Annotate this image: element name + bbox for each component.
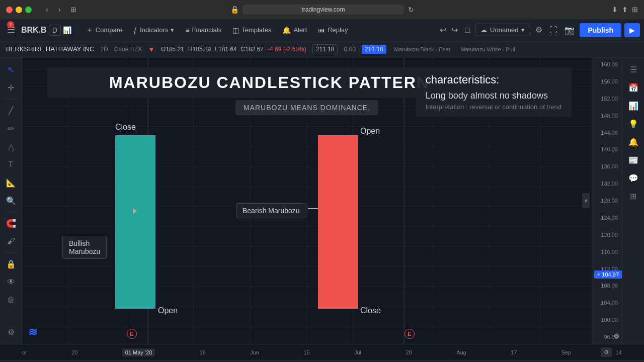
cursor-tool[interactable]: ↖	[2, 61, 20, 77]
ideas-button[interactable]: 💡	[624, 116, 642, 132]
reload-icon[interactable]: ↻	[408, 6, 414, 14]
toolbar-left: ☰ BRK.B D 📊 ＋ Compare ƒ Indicators ▾ ≡ F…	[4, 23, 352, 38]
timeline: or 20 01 May '20 18 Jun 15 Jul 20 Aug 17…	[0, 344, 644, 360]
time-label-20a: 20	[71, 349, 77, 355]
open-value: O185.21	[161, 46, 184, 53]
bullish-label: Bullish Marubozu	[62, 236, 107, 259]
watchlist-button[interactable]: ☰	[624, 61, 642, 77]
symbol-info-bar: BERKSHIRE HATHAWAY INC 1D Cboe BZX ▼ O18…	[0, 41, 644, 57]
replay-icon: ⏮	[318, 26, 325, 34]
eye-tool[interactable]: 👁	[2, 274, 20, 290]
time-label-may: 01 May '20	[122, 348, 155, 356]
chevron-down-icon: ▾	[171, 26, 174, 34]
characteristics-box: characteristics: Long body almost no sha…	[416, 67, 572, 117]
settings-tool[interactable]: ⚙	[2, 324, 20, 340]
calendar-button[interactable]: 📅	[624, 79, 642, 96]
redo-button[interactable]: ↪	[449, 23, 460, 37]
time-label-18: 18	[200, 349, 206, 355]
back-button[interactable]: ‹	[44, 5, 50, 15]
ohlcv-values: O185.21 H185.89 L181.64 C182.67 -4.69 (-…	[161, 46, 306, 53]
chart-type-icon[interactable]: 📊	[63, 26, 71, 34]
open-label-bearish: Open	[360, 127, 380, 136]
download-icon[interactable]: ⬇	[612, 6, 618, 14]
time-label-14: 14	[616, 349, 622, 355]
timeframe-selector[interactable]: D	[49, 25, 61, 36]
tool-separator-1	[5, 99, 17, 99]
sidebar-toggle-icon[interactable]: ⊞	[70, 6, 76, 14]
trash-tool[interactable]: 🗑	[2, 292, 20, 308]
indicators-button[interactable]: ƒ Indicators ▾	[129, 24, 178, 36]
price-badge-2: 211.18	[362, 45, 386, 54]
news-button[interactable]: 📰	[624, 152, 642, 168]
compare-button[interactable]: ＋ Compare	[82, 24, 126, 37]
undo-button[interactable]: ↩	[438, 23, 448, 37]
price-direction-icon: ▼	[148, 45, 155, 53]
event-circle-1: E	[127, 329, 137, 339]
minimize-window-button[interactable]	[16, 7, 22, 13]
templates-button[interactable]: ◫ Templates	[228, 24, 275, 36]
bearish-candle	[318, 135, 358, 309]
shapes-tool[interactable]: △	[2, 138, 20, 154]
pencil-tool[interactable]: ✏	[2, 120, 20, 136]
char-title: characteristics:	[426, 73, 561, 86]
chart-area[interactable]: MARUBOZU CANDLESTICK PATTERN characteris…	[22, 57, 592, 344]
right-panel: ☰ 📅 📊 💡 🔔 📰 💬 ⊞	[622, 57, 644, 344]
pattern-overlay: MARUBOZU CANDLESTICK PATTERN characteris…	[22, 57, 592, 344]
price-zero: 0.00	[344, 46, 355, 53]
price-128: 128.00	[594, 198, 620, 204]
lock-tool[interactable]: 🔒	[2, 256, 20, 272]
bearish-label-arrow	[308, 208, 318, 209]
indicators-icon: ƒ	[133, 26, 137, 34]
square-icon[interactable]: □	[463, 24, 472, 37]
close-window-button[interactable]	[6, 7, 13, 13]
financials-button[interactable]: ≡ Financials	[181, 24, 225, 36]
price-156: 156.00	[594, 78, 620, 84]
chart-settings-button[interactable]: ⚙	[533, 23, 544, 37]
price-scale: 160.00 156.00 152.00 148.00 144.00 140.0…	[592, 57, 622, 344]
workspace-button[interactable]: ☁ Unnamed ▾	[475, 24, 530, 36]
tool-separator-3	[5, 252, 17, 253]
share-icon[interactable]: ⬆	[622, 6, 628, 14]
symbol-timeframe: 1D	[100, 46, 108, 53]
brush-tool[interactable]: 🖌	[2, 233, 20, 249]
time-label-aug: Aug	[456, 349, 466, 355]
forward-button[interactable]: ›	[56, 5, 63, 15]
time-label-or: or	[22, 349, 27, 355]
trend-line-tool[interactable]: ╱	[2, 102, 20, 118]
measure-tool[interactable]: 📐	[2, 174, 20, 191]
chat-button[interactable]: 💬	[624, 170, 642, 186]
magnet-tool[interactable]: 🧲	[2, 215, 20, 231]
alerts-panel-button[interactable]: 🔔	[624, 134, 642, 150]
bearish-label-box: Bearish Marubozu	[236, 203, 306, 218]
close-label-bearish: Close	[360, 306, 381, 315]
traffic-lights	[6, 7, 32, 13]
live-button[interactable]: ▶	[624, 23, 640, 37]
url-bar[interactable]: tradingview.com	[243, 5, 404, 15]
alert-button[interactable]: 🔔 Alert	[278, 24, 311, 36]
scroll-right-button[interactable]: »	[582, 193, 590, 208]
toolbar-right: ↩ ↪ □ ☁ Unnamed ▾ ⚙ ⛶ 📷 Publish ▶	[438, 23, 640, 37]
bullish-candle	[115, 135, 155, 309]
symbol-box: BRK.B D 📊	[21, 25, 71, 36]
event-circle-2: E	[405, 329, 415, 339]
replay-button[interactable]: ⏮ Replay	[314, 24, 352, 36]
time-label-15: 15	[303, 349, 309, 355]
text-tool[interactable]: T	[2, 156, 20, 172]
symbol-name[interactable]: BRK.B	[21, 26, 47, 35]
symbol-exchange: Cboe BZX	[114, 46, 142, 53]
publish-button[interactable]: Publish	[580, 23, 621, 37]
price-124: 124.00	[594, 215, 620, 221]
data-window-button[interactable]: 📊	[624, 98, 642, 114]
time-labels: or 20 01 May '20 18 Jun 15 Jul 20 Aug 17…	[22, 348, 622, 356]
snapshot-button[interactable]: 📷	[562, 23, 577, 37]
chevron-down-icon-workspace: ▾	[521, 26, 525, 34]
zoom-tool[interactable]: 🔍	[2, 193, 20, 209]
extensions-icon[interactable]: ⊞	[632, 6, 638, 14]
timeline-settings-icon[interactable]: ⚙	[601, 347, 612, 357]
time-label-sep: Sep	[561, 349, 572, 355]
price-scale-settings-icon[interactable]: ⚙	[613, 332, 620, 340]
crosshair-tool[interactable]: ✛	[2, 79, 20, 96]
screener-button[interactable]: ⊞	[624, 188, 642, 204]
maximize-window-button[interactable]	[25, 7, 32, 13]
fullscreen-button[interactable]: ⛶	[547, 24, 559, 37]
